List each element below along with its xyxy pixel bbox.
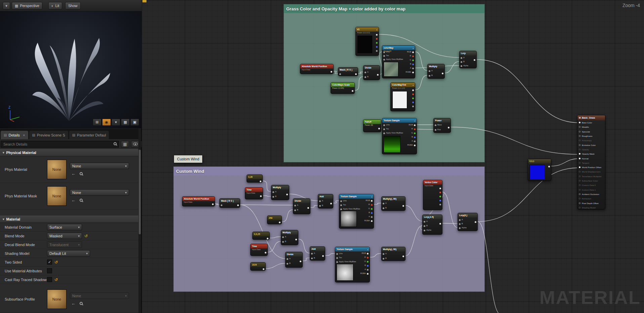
show-button[interactable]: Show bbox=[65, 2, 81, 9]
input-pin[interactable] bbox=[336, 253, 338, 255]
output-pin[interactable] bbox=[414, 136, 416, 138]
node-awp2[interactable]: Absolute World PositionInput Data bbox=[182, 196, 215, 206]
material-input-anisotropy[interactable]: Anisotropy bbox=[577, 138, 605, 143]
use-selected-asset-icon[interactable]: ← bbox=[71, 301, 76, 306]
collapse-icon[interactable]: ▴ bbox=[367, 248, 368, 250]
node-time1[interactable]: TimeInput Data bbox=[245, 187, 263, 199]
output-pin[interactable] bbox=[412, 72, 414, 73]
input-pin[interactable] bbox=[340, 200, 342, 202]
output-pin[interactable] bbox=[439, 188, 441, 189]
output-pin[interactable] bbox=[371, 200, 373, 202]
material-input-world-position-offset[interactable]: World Position Offset bbox=[577, 165, 605, 169]
input-pin[interactable] bbox=[383, 55, 385, 57]
output-pin[interactable] bbox=[371, 212, 373, 214]
input-pin[interactable] bbox=[459, 227, 461, 229]
input-pin[interactable] bbox=[383, 51, 385, 53]
lit-mode-button[interactable]: ◐Lit bbox=[48, 2, 62, 9]
material-input-opacity[interactable]: Opacity bbox=[577, 147, 605, 152]
output-pin[interactable] bbox=[475, 221, 476, 223]
node-vc[interactable]: Vertex ColorInput Data bbox=[423, 180, 442, 210]
output-pin[interactable] bbox=[412, 60, 414, 61]
output-pin[interactable] bbox=[212, 203, 214, 205]
asset-thumbnail[interactable]: None bbox=[47, 186, 67, 206]
input-pin[interactable] bbox=[311, 253, 313, 255]
output-pin[interactable] bbox=[439, 204, 441, 205]
output-pin[interactable] bbox=[402, 205, 404, 207]
material-input-shading-model[interactable]: Shading Model bbox=[577, 205, 605, 210]
output-pin[interactable] bbox=[260, 181, 261, 182]
output-pin[interactable] bbox=[412, 97, 414, 99]
output-pin[interactable] bbox=[412, 51, 414, 53]
node-c0025[interactable]: 0,0,25 bbox=[252, 232, 270, 240]
output-pin[interactable] bbox=[265, 252, 266, 253]
material-input-custom-data-1[interactable]: Custom Data 1 bbox=[577, 188, 605, 192]
output-pin[interactable] bbox=[439, 223, 441, 225]
details-scrollbar[interactable] bbox=[138, 129, 141, 313]
node-tsw1[interactable]: Texture Sample▴UVsTexApply View MipBiasR… bbox=[339, 194, 374, 229]
input-pin[interactable] bbox=[282, 236, 284, 238]
collapse-icon[interactable]: ▴ bbox=[413, 47, 414, 49]
section-header-physical-material[interactable]: ▾Physical Material bbox=[0, 149, 139, 156]
output-pin[interactable] bbox=[267, 238, 268, 239]
input-pin[interactable] bbox=[383, 253, 384, 255]
output-pin[interactable] bbox=[402, 256, 404, 257]
output-pin[interactable] bbox=[260, 195, 262, 197]
material-input-ambient-occlusion[interactable]: Ambient Occlusion bbox=[577, 192, 605, 196]
output-pin[interactable] bbox=[367, 269, 369, 271]
output-pin[interactable] bbox=[414, 145, 416, 146]
collapse-icon[interactable]: ▴ bbox=[414, 120, 415, 122]
output-pin[interactable] bbox=[376, 42, 378, 44]
output-pin[interactable] bbox=[474, 59, 475, 61]
checkbox-cast-ray-traced-shadow[interactable] bbox=[47, 277, 52, 282]
input-pin[interactable] bbox=[424, 230, 425, 231]
material-input-refraction[interactable]: Refraction bbox=[577, 196, 605, 201]
section-header-material[interactable]: ▾Material bbox=[0, 216, 139, 223]
input-pin[interactable] bbox=[336, 257, 338, 259]
material-input-subsurface-color[interactable]: Subsurface Color bbox=[577, 179, 605, 183]
output-pin[interactable] bbox=[352, 90, 353, 92]
collapse-icon[interactable]: ▴ bbox=[371, 196, 372, 198]
browse-asset-icon[interactable] bbox=[80, 172, 83, 175]
input-pin[interactable] bbox=[435, 124, 436, 126]
input-pin[interactable] bbox=[461, 61, 462, 63]
comment-header[interactable]: Grass Color and Opacity Map + color adde… bbox=[284, 4, 484, 13]
input-pin[interactable] bbox=[424, 225, 425, 227]
node-mask1[interactable]: Mask ( R G ) bbox=[338, 67, 358, 76]
output-pin[interactable] bbox=[307, 207, 309, 209]
output-pin[interactable] bbox=[300, 261, 301, 262]
output-pin[interactable] bbox=[263, 268, 264, 270]
output-pin[interactable] bbox=[367, 265, 369, 267]
output-pin[interactable] bbox=[414, 124, 416, 126]
output-pin[interactable] bbox=[330, 203, 332, 204]
node-colormap[interactable]: colorMap▴Param2DUVsTexApply View MipBias… bbox=[382, 45, 415, 78]
output-pin[interactable] bbox=[367, 257, 369, 259]
node-mult1[interactable]: MultiplyAB bbox=[427, 64, 445, 79]
output-pin[interactable] bbox=[412, 89, 414, 91]
color-swatch[interactable] bbox=[357, 36, 372, 53]
material-input-world-displacement[interactable]: World Displacement bbox=[577, 169, 605, 174]
output-pin[interactable] bbox=[439, 200, 441, 201]
material-input-normal[interactable]: Normal bbox=[577, 156, 605, 160]
output-pin[interactable] bbox=[412, 106, 414, 107]
reset-to-default-icon[interactable]: ↺ bbox=[54, 260, 58, 265]
use-selected-asset-icon[interactable]: ← bbox=[71, 198, 76, 203]
node-divw2[interactable]: DivideAB bbox=[285, 252, 303, 268]
material-input-base-color[interactable]: Base Color bbox=[577, 120, 605, 125]
output-pin[interactable] bbox=[376, 50, 378, 52]
viewport-menu-button[interactable]: ▾ bbox=[3, 2, 10, 9]
viewport-options-dropdown-button[interactable]: ▾ bbox=[112, 119, 120, 126]
input-pin[interactable] bbox=[287, 263, 288, 265]
material-input-metallic[interactable]: Metallic bbox=[577, 125, 605, 129]
preview-viewport[interactable]: ▾ ▦Perspective ◐Lit Show Z ⊞◉▾▦▣ bbox=[0, 0, 142, 128]
input-pin[interactable] bbox=[340, 204, 342, 206]
reset-to-default-icon[interactable]: ↺ bbox=[84, 234, 88, 238]
color-swatch[interactable] bbox=[529, 165, 545, 180]
node-c1024[interactable]: 1024 bbox=[250, 262, 266, 271]
node-m-basic-grass[interactable]: M_Basic_GrassBase ColorMetallicSpecularR… bbox=[577, 115, 605, 209]
output-pin[interactable] bbox=[237, 204, 239, 206]
node-addw1[interactable]: AddAB bbox=[318, 194, 333, 208]
output-pin[interactable] bbox=[331, 71, 332, 73]
collapse-icon[interactable]: ▴ bbox=[413, 84, 414, 86]
node-addw2[interactable]: AddAB bbox=[310, 246, 325, 261]
browse-asset-icon[interactable] bbox=[80, 302, 83, 305]
